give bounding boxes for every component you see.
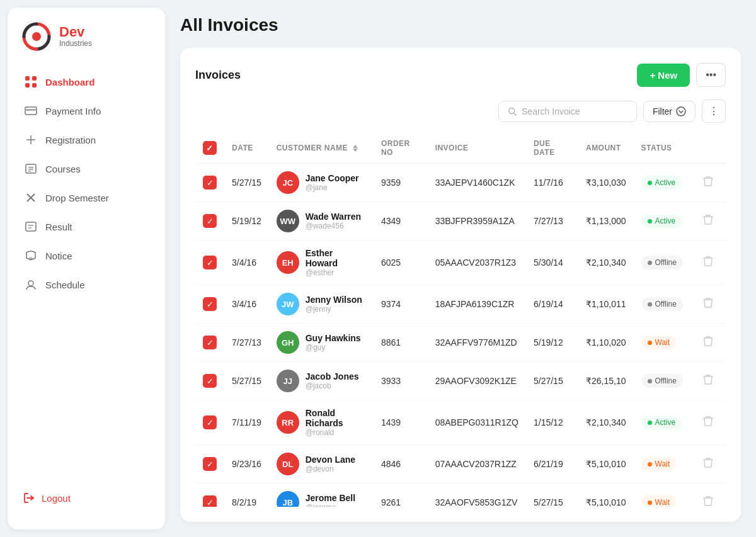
svg-rect-4 [25, 83, 30, 88]
logout-icon [23, 492, 35, 504]
row-status: Wait [634, 483, 690, 507]
select-all-checkbox[interactable]: ✓ [203, 141, 217, 155]
logout-button[interactable]: Logout [23, 487, 150, 509]
sidebar-item-dashboard-label: Dashboard [45, 77, 94, 88]
row-checkbox[interactable]: ✓ [203, 374, 217, 388]
table-row: ✓ 3/4/16 EH Esther Howard @esther 6025 0… [195, 240, 726, 285]
delete-button[interactable] [698, 256, 718, 271]
table-more-button[interactable]: ⋮ [702, 99, 726, 123]
sidebar-item-result[interactable]: Result [15, 213, 158, 240]
dashboard-icon [24, 75, 38, 89]
row-date: 3/4/16 [224, 240, 269, 285]
new-button[interactable]: + New [637, 64, 690, 87]
registration-icon [24, 133, 38, 147]
row-checkbox[interactable]: ✓ [203, 176, 217, 189]
sidebar-item-dashboard[interactable]: Dashboard [15, 68, 158, 96]
sidebar-item-drop-semester[interactable]: Drop Semester [15, 184, 158, 212]
delete-button[interactable] [698, 495, 718, 507]
row-amount: ₹1,13,000 [578, 202, 634, 240]
row-invoice: 08ABEPG0311R1ZQ [428, 400, 526, 445]
row-invoice: 05AAACV2037R1Z3 [428, 240, 526, 285]
row-checkbox[interactable]: ✓ [203, 297, 217, 311]
row-customer: JW Jenny Wilson @jenny [269, 285, 374, 324]
row-check: ✓ [195, 202, 224, 240]
row-status: Offline [634, 362, 690, 400]
row-checkbox[interactable]: ✓ [203, 336, 217, 349]
sort-icon[interactable] [353, 145, 358, 152]
col-status: STATUS [634, 133, 690, 164]
row-date: 8/2/19 [224, 483, 269, 507]
sidebar-item-payment-info[interactable]: Payment Info [15, 97, 158, 125]
row-due-date: 7/27/13 [526, 202, 578, 240]
row-date: 7/11/19 [224, 400, 269, 445]
more-options-button[interactable]: ••• [696, 63, 726, 87]
customer-handle: @guy [306, 343, 361, 352]
row-amount: ₹3,10,030 [578, 164, 634, 202]
row-delete [690, 240, 726, 285]
delete-button[interactable] [698, 176, 718, 191]
svg-point-1 [32, 32, 41, 41]
table-row: ✓ 3/4/16 JW Jenny Wilson @jenny 9374 18A… [195, 285, 726, 324]
row-checkbox[interactable]: ✓ [203, 214, 217, 228]
col-check: ✓ [195, 133, 224, 164]
row-amount: ₹26,15,10 [578, 362, 634, 400]
row-checkbox[interactable]: ✓ [203, 415, 217, 429]
logo-text: Dev Industries [59, 25, 92, 48]
customer-name: Wade Warren [306, 212, 361, 222]
row-amount: ₹1,10,011 [578, 285, 634, 324]
notice-icon [24, 249, 38, 263]
table-row: ✓ 5/27/15 JC Jane Cooper @jane 9359 33AJ… [195, 164, 726, 202]
delete-button[interactable] [698, 457, 718, 473]
row-due-date: 6/21/19 [526, 445, 578, 483]
row-status: Wait [634, 324, 690, 362]
delete-button[interactable] [698, 415, 718, 431]
row-status: Offline [634, 240, 690, 285]
status-badge: Offline [641, 256, 683, 269]
sidebar-item-courses[interactable]: Courses [15, 155, 158, 183]
row-checkbox[interactable]: ✓ [203, 457, 217, 471]
customer-name: Guy Hawkins [306, 333, 361, 343]
filter-button[interactable]: Filter [643, 101, 696, 122]
sidebar-item-result-label: Result [45, 222, 72, 232]
status-dot [648, 462, 652, 466]
invoices-table: ✓ DATE CUSTOMER NAME ORDER NO INVOICE [195, 133, 726, 507]
table-row: ✓ 7/11/19 RR Ronald Richards @ronald 143… [195, 400, 726, 445]
sidebar-item-schedule[interactable]: Schedule [15, 271, 158, 298]
col-order: ORDER NO [374, 133, 428, 164]
search-filter-row: Filter ⋮ [195, 99, 726, 123]
row-checkbox[interactable]: ✓ [203, 495, 217, 507]
delete-button[interactable] [698, 297, 718, 313]
row-check: ✓ [195, 483, 224, 507]
row-delete [690, 362, 726, 400]
customer-name: Jacob Jones [306, 371, 359, 382]
row-date: 9/23/16 [224, 445, 269, 483]
row-check: ✓ [195, 400, 224, 445]
header-actions: + New ••• [637, 63, 726, 87]
search-box [498, 101, 637, 122]
card-header: Invoices + New ••• [195, 63, 726, 87]
row-order: 8861 [374, 324, 428, 362]
delete-button[interactable] [698, 336, 718, 351]
row-date: 5/19/12 [224, 202, 269, 240]
row-due-date: 5/27/15 [526, 362, 578, 400]
row-status: Active [634, 164, 690, 202]
svg-point-20 [28, 281, 33, 286]
main-content: All Invoices Invoices + New ••• Filter [173, 0, 756, 537]
customer-name: Ronald Richards [306, 408, 366, 428]
filter-download-icon [676, 106, 686, 116]
row-due-date: 11/7/16 [526, 164, 578, 202]
row-order: 4846 [374, 445, 428, 483]
row-order: 9374 [374, 285, 428, 324]
result-icon [24, 220, 38, 234]
delete-button[interactable] [698, 214, 718, 230]
table-row: ✓ 7/27/13 GH Guy Hawkins @guy 8861 32AAF… [195, 324, 726, 362]
row-customer: JB Jerome Bell @jerome [269, 483, 374, 507]
sidebar-item-registration[interactable]: Registration [15, 126, 158, 154]
status-badge: Active [641, 176, 682, 189]
row-customer: WW Wade Warren @wade456 [269, 202, 374, 240]
row-checkbox[interactable]: ✓ [203, 256, 217, 269]
delete-button[interactable] [698, 374, 718, 390]
sidebar-item-notice[interactable]: Notice [15, 242, 158, 269]
status-badge: Active [641, 415, 682, 429]
search-input[interactable] [522, 106, 627, 116]
